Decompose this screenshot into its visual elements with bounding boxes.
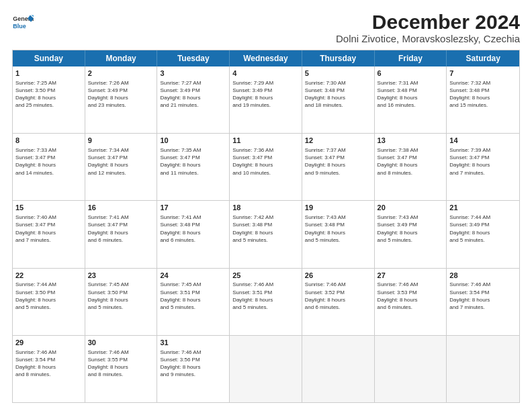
logo: General Blue [12,11,34,35]
day-number: 23 [88,271,154,281]
day-info: Sunrise: 7:31 AM Sunset: 3:48 PM Dayligh… [378,79,444,109]
day-info: Sunrise: 7:37 AM Sunset: 3:47 PM Dayligh… [305,146,371,177]
calendar-cell-15: 15Sunrise: 7:40 AM Sunset: 3:47 PM Dayli… [13,201,85,267]
calendar-cell-30: 30Sunrise: 7:46 AM Sunset: 3:55 PM Dayli… [85,336,158,402]
day-info: Sunrise: 7:44 AM Sunset: 3:50 PM Dayligh… [15,281,82,311]
calendar-cell-5: 5Sunrise: 7:30 AM Sunset: 3:48 PM Daylig… [302,66,375,133]
calendar-cell-16: 16Sunrise: 7:41 AM Sunset: 3:47 PM Dayli… [85,201,158,267]
calendar-cell-31: 31Sunrise: 7:46 AM Sunset: 3:56 PM Dayli… [157,336,230,402]
day-info: Sunrise: 7:45 AM Sunset: 3:50 PM Dayligh… [88,281,154,311]
day-info: Sunrise: 7:43 AM Sunset: 3:49 PM Dayligh… [378,214,444,244]
day-number: 25 [232,271,299,281]
header: General Blue December 2024 Dolni Zivotic… [12,11,520,44]
calendar-cell-empty [375,336,447,402]
day-number: 19 [305,203,371,213]
calendar-cell-29: 29Sunrise: 7:46 AM Sunset: 3:54 PM Dayli… [13,336,85,402]
calendar-cell-7: 7Sunrise: 7:32 AM Sunset: 3:48 PM Daylig… [447,66,519,133]
day-number: 29 [15,338,82,348]
day-number: 26 [305,271,371,281]
calendar-cell-10: 10Sunrise: 7:35 AM Sunset: 3:47 PM Dayli… [157,134,230,200]
day-info: Sunrise: 7:46 AM Sunset: 3:54 PM Dayligh… [15,349,82,379]
calendar-row-1: 8Sunrise: 7:33 AM Sunset: 3:47 PM Daylig… [13,133,519,200]
page-subtitle: Dolni Zivotice, Moravskoslezsky, Czechia [336,33,520,44]
calendar-cell-1: 1Sunrise: 7:25 AM Sunset: 3:50 PM Daylig… [13,66,85,133]
header-day-friday: Friday [375,50,447,66]
day-number: 13 [378,136,444,146]
calendar-cell-11: 11Sunrise: 7:36 AM Sunset: 3:47 PM Dayli… [230,134,302,200]
day-number: 18 [232,203,299,213]
day-number: 8 [15,136,82,146]
day-number: 30 [88,338,154,348]
day-info: Sunrise: 7:46 AM Sunset: 3:54 PM Dayligh… [449,281,517,311]
calendar-cell-9: 9Sunrise: 7:34 AM Sunset: 3:47 PM Daylig… [85,134,158,200]
calendar-cell-25: 25Sunrise: 7:46 AM Sunset: 3:51 PM Dayli… [230,269,302,335]
day-info: Sunrise: 7:45 AM Sunset: 3:51 PM Dayligh… [160,281,226,311]
day-info: Sunrise: 7:39 AM Sunset: 3:47 PM Dayligh… [449,146,517,177]
day-number: 2 [88,68,154,79]
day-info: Sunrise: 7:26 AM Sunset: 3:49 PM Dayligh… [88,79,154,109]
day-number: 5 [305,68,371,79]
calendar-cell-19: 19Sunrise: 7:43 AM Sunset: 3:48 PM Dayli… [302,201,375,267]
page-title: December 2024 [336,11,520,33]
day-number: 12 [305,136,371,146]
calendar-cell-24: 24Sunrise: 7:45 AM Sunset: 3:51 PM Dayli… [157,269,230,335]
page: General Blue December 2024 Dolni Zivotic… [0,0,532,411]
calendar-cell-empty [447,336,519,402]
day-info: Sunrise: 7:29 AM Sunset: 3:49 PM Dayligh… [232,79,299,109]
day-info: Sunrise: 7:32 AM Sunset: 3:48 PM Dayligh… [449,79,517,109]
day-info: Sunrise: 7:44 AM Sunset: 3:49 PM Dayligh… [449,214,517,244]
day-info: Sunrise: 7:25 AM Sunset: 3:50 PM Dayligh… [15,79,82,109]
day-info: Sunrise: 7:42 AM Sunset: 3:48 PM Dayligh… [232,214,299,244]
day-info: Sunrise: 7:46 AM Sunset: 3:51 PM Dayligh… [232,281,299,311]
day-number: 15 [15,203,82,213]
header-day-monday: Monday [85,50,158,66]
calendar-cell-2: 2Sunrise: 7:26 AM Sunset: 3:49 PM Daylig… [85,66,158,133]
header-day-sunday: Sunday [13,50,85,66]
day-info: Sunrise: 7:35 AM Sunset: 3:47 PM Dayligh… [160,146,226,177]
header-day-wednesday: Wednesday [230,50,302,66]
header-day-tuesday: Tuesday [157,50,230,66]
calendar-cell-17: 17Sunrise: 7:41 AM Sunset: 3:48 PM Dayli… [157,201,230,267]
day-info: Sunrise: 7:34 AM Sunset: 3:47 PM Dayligh… [88,146,154,177]
calendar-cell-13: 13Sunrise: 7:38 AM Sunset: 3:47 PM Dayli… [375,134,447,200]
calendar-header: SundayMondayTuesdayWednesdayThursdayFrid… [13,50,519,66]
day-info: Sunrise: 7:41 AM Sunset: 3:48 PM Dayligh… [160,214,226,244]
day-info: Sunrise: 7:33 AM Sunset: 3:47 PM Dayligh… [15,146,82,177]
calendar-cell-4: 4Sunrise: 7:29 AM Sunset: 3:49 PM Daylig… [230,66,302,133]
calendar-cell-3: 3Sunrise: 7:27 AM Sunset: 3:49 PM Daylig… [157,66,230,133]
day-info: Sunrise: 7:27 AM Sunset: 3:49 PM Dayligh… [160,79,226,109]
day-number: 10 [160,136,226,146]
title-block: December 2024 Dolni Zivotice, Moravskosl… [336,11,520,44]
calendar-cell-22: 22Sunrise: 7:44 AM Sunset: 3:50 PM Dayli… [13,269,85,335]
header-day-saturday: Saturday [447,50,519,66]
day-number: 9 [88,136,154,146]
day-number: 27 [378,271,444,281]
header-day-thursday: Thursday [302,50,375,66]
day-info: Sunrise: 7:43 AM Sunset: 3:48 PM Dayligh… [305,214,371,244]
day-info: Sunrise: 7:41 AM Sunset: 3:47 PM Dayligh… [88,214,154,244]
day-number: 4 [232,68,299,79]
calendar-row-0: 1Sunrise: 7:25 AM Sunset: 3:50 PM Daylig… [13,66,519,133]
day-number: 11 [232,136,299,146]
day-number: 7 [449,68,517,79]
logo-svg: General Blue [12,11,34,35]
calendar-cell-12: 12Sunrise: 7:37 AM Sunset: 3:47 PM Dayli… [302,134,375,200]
day-info: Sunrise: 7:36 AM Sunset: 3:47 PM Dayligh… [232,146,299,177]
calendar-row-3: 22Sunrise: 7:44 AM Sunset: 3:50 PM Dayli… [13,268,519,335]
calendar-row-4: 29Sunrise: 7:46 AM Sunset: 3:54 PM Dayli… [13,335,519,402]
svg-text:Blue: Blue [13,23,26,30]
day-info: Sunrise: 7:46 AM Sunset: 3:53 PM Dayligh… [378,281,444,311]
day-number: 1 [15,68,82,79]
calendar-cell-empty [230,336,302,402]
calendar-cell-28: 28Sunrise: 7:46 AM Sunset: 3:54 PM Dayli… [447,269,519,335]
calendar: SundayMondayTuesdayWednesdayThursdayFrid… [12,50,520,403]
day-info: Sunrise: 7:46 AM Sunset: 3:56 PM Dayligh… [160,349,226,379]
calendar-cell-26: 26Sunrise: 7:46 AM Sunset: 3:52 PM Dayli… [302,269,375,335]
day-number: 16 [88,203,154,213]
calendar-cell-18: 18Sunrise: 7:42 AM Sunset: 3:48 PM Dayli… [230,201,302,267]
calendar-body: 1Sunrise: 7:25 AM Sunset: 3:50 PM Daylig… [13,66,519,402]
day-info: Sunrise: 7:46 AM Sunset: 3:55 PM Dayligh… [88,349,154,379]
day-number: 14 [449,136,517,146]
day-number: 22 [15,271,82,281]
day-number: 21 [449,203,517,213]
